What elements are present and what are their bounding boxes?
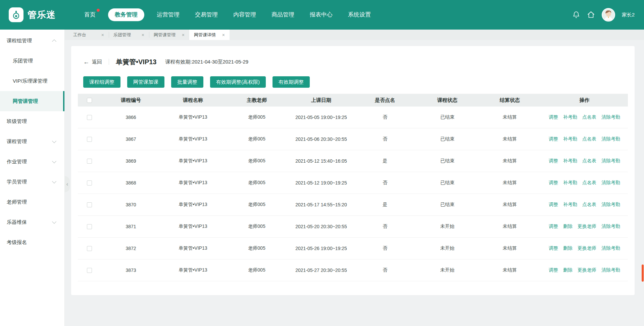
action-link[interactable]: 调整 xyxy=(549,267,558,273)
row-checkbox[interactable] xyxy=(87,180,92,186)
sidebar-item-3[interactable]: VIP/乐理课管理 xyxy=(0,71,64,91)
tab-close-icon[interactable]: × xyxy=(222,33,225,37)
tab-close-icon[interactable]: × xyxy=(142,33,144,37)
sidebar-item-label: 乐器维保 xyxy=(7,219,27,226)
lesson-status: 未开始 xyxy=(416,245,479,251)
action-link[interactable]: 清除考勤 xyxy=(601,136,620,142)
action-link[interactable]: 清除考勤 xyxy=(601,158,620,164)
toolbar-button-3[interactable]: 批量调整 xyxy=(171,76,203,88)
tab-4[interactable]: 网管课详情× xyxy=(189,30,230,40)
action-link[interactable]: 删除 xyxy=(563,245,573,251)
row-actions: 调整补考勤点名表清除考勤 xyxy=(541,158,628,164)
action-link[interactable]: 点名表 xyxy=(582,114,596,120)
lesson-name: 单簧管•VIP13 xyxy=(161,245,225,251)
action-link[interactable]: 补考勤 xyxy=(563,202,577,208)
nav-item-7[interactable]: 报表中心 xyxy=(307,8,336,21)
sidebar-item-5[interactable]: 班级管理 xyxy=(0,111,64,131)
tab-close-icon[interactable]: × xyxy=(182,33,185,37)
action-link[interactable]: 清除考勤 xyxy=(601,267,620,273)
sidebar-item-9[interactable]: 老师管理 xyxy=(0,192,64,212)
action-link[interactable]: 补考勤 xyxy=(563,158,577,164)
lesson-rollcall: 否 xyxy=(354,245,416,251)
action-link[interactable]: 调整 xyxy=(549,180,558,186)
sidebar-collapse-handle[interactable]: ‹ xyxy=(65,176,70,192)
action-link[interactable]: 清除考勤 xyxy=(601,245,620,251)
tab-close-icon[interactable]: × xyxy=(101,33,104,37)
action-link[interactable]: 点名表 xyxy=(582,136,596,142)
chevron-up-icon xyxy=(52,39,56,44)
action-link[interactable]: 补考勤 xyxy=(563,180,577,186)
action-link[interactable]: 调整 xyxy=(549,223,558,230)
home-icon[interactable] xyxy=(587,11,595,19)
nav-item-5[interactable]: 内容管理 xyxy=(230,8,259,21)
action-link[interactable]: 补考勤 xyxy=(563,114,577,120)
lesson-teacher: 老师005 xyxy=(225,114,289,120)
tab-2[interactable]: 乐团管理× xyxy=(109,30,149,40)
sidebar-item-10[interactable]: 乐器维保 xyxy=(0,212,64,232)
toolbar-button-1[interactable]: 课程组调整 xyxy=(83,76,120,88)
nav-item-3[interactable]: 运营管理 xyxy=(154,8,183,21)
action-link[interactable]: 更换老师 xyxy=(578,245,596,251)
row-checkbox[interactable] xyxy=(87,159,92,164)
toolbar-button-2[interactable]: 网管课加课 xyxy=(127,76,164,88)
sidebar-menu: 课程组管理乐团管理VIP/乐理课管理网管课管理班级管理课程管理作业管理学员管理老… xyxy=(0,30,65,326)
lesson-id: 3866 xyxy=(101,115,161,120)
action-link[interactable]: 调整 xyxy=(549,114,558,120)
table-row: 3869单簧管•VIP13老师0052021-05-12 15:40~16:05… xyxy=(78,150,628,172)
row-checkbox[interactable] xyxy=(87,202,92,207)
sidebar-item-4[interactable]: 网管课管理 xyxy=(0,91,64,111)
nav-item-2[interactable]: 教务管理 xyxy=(108,8,144,21)
sidebar-item-2[interactable]: 乐团管理 xyxy=(0,51,64,71)
action-link[interactable]: 清除考勤 xyxy=(601,180,620,186)
app-logo: 管乐迷 xyxy=(9,7,66,22)
nav-item-6[interactable]: 商品管理 xyxy=(268,8,297,21)
sidebar-item-11[interactable]: 考级报名 xyxy=(0,232,64,252)
action-link[interactable]: 更换老师 xyxy=(578,267,596,273)
row-checkbox[interactable] xyxy=(87,115,92,120)
action-link[interactable]: 调整 xyxy=(549,158,558,164)
action-link[interactable]: 删除 xyxy=(563,223,573,230)
nav-item-1[interactable]: 首页 xyxy=(81,8,99,21)
action-link[interactable]: 点名表 xyxy=(582,202,596,208)
row-actions: 调整补考勤点名表清除考勤 xyxy=(541,180,628,186)
action-link[interactable]: 删除 xyxy=(563,267,573,273)
sidebar-item-6[interactable]: 课程管理 xyxy=(0,131,64,152)
column-header-4: 上课日期 xyxy=(289,97,354,104)
action-link[interactable]: 点名表 xyxy=(582,180,596,186)
lesson-status: 已结束 xyxy=(416,158,479,164)
action-link[interactable]: 调整 xyxy=(549,136,558,142)
back-button[interactable]: ← 返回 xyxy=(83,59,102,65)
row-checkbox[interactable] xyxy=(87,268,92,273)
row-checkbox-cell xyxy=(78,137,101,142)
toolbar-button-5[interactable]: 有效期调整 xyxy=(273,76,310,88)
action-link[interactable]: 调整 xyxy=(549,245,558,251)
sidebar-item-8[interactable]: 学员管理 xyxy=(0,172,64,192)
tab-3[interactable]: 网管课管理× xyxy=(149,30,189,40)
action-link[interactable]: 更换老师 xyxy=(578,223,596,230)
sidebar-item-1[interactable]: 课程组管理 xyxy=(0,31,64,51)
tab-1[interactable]: 工作台× xyxy=(68,30,109,40)
lesson-teacher: 老师005 xyxy=(225,180,289,186)
action-link[interactable]: 调整 xyxy=(549,202,558,208)
action-link[interactable]: 清除考勤 xyxy=(601,202,620,208)
sidebar-item-7[interactable]: 作业管理 xyxy=(0,152,64,172)
user-avatar[interactable] xyxy=(602,8,615,22)
action-link[interactable]: 补考勤 xyxy=(563,136,577,142)
nav-item-4[interactable]: 交易管理 xyxy=(192,8,221,21)
page-scrollbar-thumb[interactable] xyxy=(642,264,644,282)
chevron-down-icon xyxy=(52,139,56,143)
select-all-checkbox[interactable] xyxy=(87,98,92,103)
bell-icon[interactable] xyxy=(572,11,580,19)
row-checkbox[interactable] xyxy=(87,137,92,142)
nav-item-8[interactable]: 系统设置 xyxy=(345,8,374,21)
lesson-date: 2021-05-26 19:00~19:25 xyxy=(289,246,354,251)
user-name[interactable]: 家长2 xyxy=(622,12,635,18)
action-link[interactable]: 清除考勤 xyxy=(601,114,620,120)
row-checkbox[interactable] xyxy=(87,246,92,251)
column-header-7: 结算状态 xyxy=(479,97,541,104)
toolbar-button-4[interactable]: 有效期调整(高权限) xyxy=(210,76,266,88)
action-link[interactable]: 点名表 xyxy=(582,158,596,164)
action-link[interactable]: 清除考勤 xyxy=(601,223,620,230)
lesson-settlement: 未结算 xyxy=(479,136,541,142)
row-checkbox[interactable] xyxy=(87,224,92,229)
